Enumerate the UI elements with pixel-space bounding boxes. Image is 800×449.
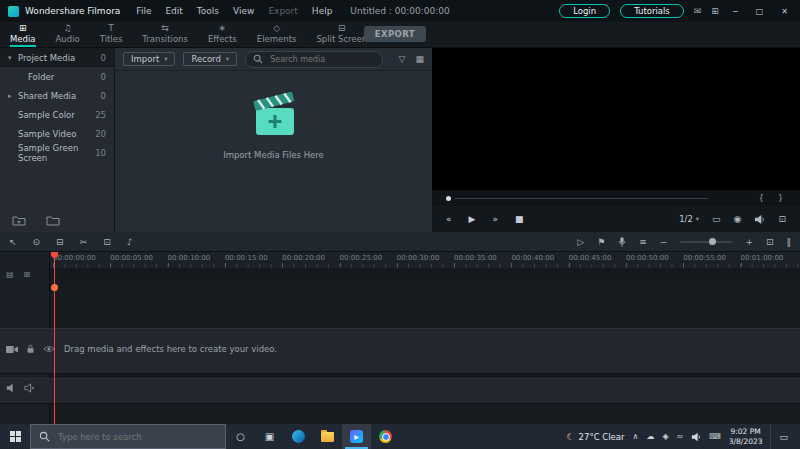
zoom-out-icon[interactable]: − xyxy=(660,237,668,247)
add-track-icon[interactable]: ⊞ xyxy=(24,270,31,279)
timeline-zoom-slider[interactable] xyxy=(680,241,732,243)
media-search-input[interactable] xyxy=(268,54,375,65)
messages-icon[interactable]: ✉ xyxy=(694,6,702,16)
fullscreen-icon[interactable]: ⊡ xyxy=(778,214,786,224)
previous-frame-button[interactable]: « xyxy=(446,214,452,224)
preview-scrubber[interactable]: { } xyxy=(432,190,800,206)
menu-item[interactable]: File xyxy=(136,6,151,16)
filter-icon[interactable]: ▽ xyxy=(399,54,406,64)
shortcut-icon[interactable]: ‖ xyxy=(787,237,792,247)
network-icon[interactable]: ≈ xyxy=(677,432,684,441)
tab-titles[interactable]: T Titles xyxy=(90,22,133,47)
mark-out-icon[interactable]: } xyxy=(775,194,786,203)
playback-controls: « ▶ » ■ 1/2 ▾ ▭ ◉ ⊡ xyxy=(432,206,800,232)
speaker-icon[interactable] xyxy=(754,214,765,225)
task-view-button[interactable]: ▣ xyxy=(255,424,284,449)
snapshot-icon[interactable]: ◉ xyxy=(734,214,742,224)
playhead-marker[interactable] xyxy=(51,284,58,291)
video-camera-icon[interactable] xyxy=(6,345,18,354)
taskbar-search-box[interactable] xyxy=(30,424,226,449)
export-button[interactable]: EXPORT xyxy=(364,26,426,42)
tab-audio[interactable]: ♫ Audio xyxy=(46,22,90,47)
sidebar-item-shared-media[interactable]: ▸ Shared Media 0 xyxy=(0,86,114,105)
menu-item[interactable]: Edit xyxy=(165,6,182,16)
chrome-button[interactable] xyxy=(371,424,400,449)
onedrive-icon[interactable]: ☁ xyxy=(646,432,654,441)
volume-icon[interactable] xyxy=(691,432,701,442)
new-folder-icon[interactable] xyxy=(12,215,26,226)
tab-media[interactable]: ⊞ Media xyxy=(0,22,46,47)
stop-button[interactable]: ■ xyxy=(515,214,524,224)
menu-item[interactable]: Help xyxy=(312,6,333,16)
sidebar-item-project-media[interactable]: ▾ Project Media 0 xyxy=(0,48,114,67)
zoom-in-icon[interactable]: + xyxy=(745,237,753,247)
start-button[interactable] xyxy=(0,424,30,449)
weather-widget[interactable]: ☾ 27°C Clear xyxy=(567,432,625,442)
action-center-button[interactable]: ▭ xyxy=(770,424,794,449)
edge-button[interactable] xyxy=(284,424,313,449)
menu-item[interactable]: Tools xyxy=(197,6,219,16)
tab-label: Media xyxy=(10,35,36,44)
filmora-taskbar-button[interactable]: ▶ xyxy=(342,424,371,449)
menu-list: FileEditToolsViewExportHelp xyxy=(136,6,332,16)
mixer-icon[interactable]: ≡ xyxy=(639,237,647,247)
import-dropdown[interactable]: Import ▾ xyxy=(123,52,175,66)
pointer-tool-icon[interactable]: ↖ xyxy=(9,237,17,247)
workspace-layout-icon[interactable]: ⊞ xyxy=(711,6,719,16)
video-viewport[interactable] xyxy=(432,48,800,190)
voiceover-icon[interactable] xyxy=(618,236,626,248)
mute-track-icon[interactable] xyxy=(24,383,34,393)
minimize-button[interactable]: ─ xyxy=(729,7,742,16)
render-preview-icon[interactable]: ▷ xyxy=(577,237,584,247)
sidebar-item-sample-green-screen[interactable]: Sample Green Screen 10 xyxy=(0,143,114,162)
grid-view-icon[interactable]: ▦ xyxy=(415,54,424,64)
menu-item[interactable]: View xyxy=(233,6,254,16)
tab-effects[interactable]: ∗ Effects xyxy=(198,22,247,47)
tab-transitions[interactable]: ⇆ Transitions xyxy=(132,22,198,47)
scrubber-handle[interactable] xyxy=(446,196,451,201)
next-frame-button[interactable]: » xyxy=(492,214,498,224)
audio-track-icon[interactable] xyxy=(6,383,16,393)
preview-quality-dropdown[interactable]: 1/2 ▾ xyxy=(679,214,699,224)
sidebar-item-folder[interactable]: Folder 0 xyxy=(0,67,114,86)
mute-clip-icon[interactable]: ♪ xyxy=(127,237,133,247)
filmora-icon: ▶ xyxy=(350,430,363,443)
hidden-icons-button[interactable]: ∧ xyxy=(633,432,639,441)
tutorials-button[interactable]: Tutorials xyxy=(620,4,684,18)
display-settings-icon[interactable]: ▭ xyxy=(712,214,721,224)
audio-track[interactable] xyxy=(0,378,800,404)
record-dropdown[interactable]: Record ▾ xyxy=(183,52,237,66)
marker-icon[interactable]: ⚑ xyxy=(597,237,605,247)
taskbar-search-input[interactable] xyxy=(56,431,217,443)
play-button[interactable]: ▶ xyxy=(469,214,476,224)
sidebar-item-sample-color[interactable]: Sample Color 25 xyxy=(0,105,114,124)
menu-item[interactable]: Export xyxy=(268,6,297,16)
keyboard-icon[interactable]: ⌨ xyxy=(709,432,721,441)
tab-elements[interactable]: ◇ Elements xyxy=(247,22,307,47)
lock-icon[interactable] xyxy=(26,344,35,354)
fit-timeline-icon[interactable]: ⊡ xyxy=(766,237,774,247)
split-icon[interactable]: ✂ xyxy=(80,237,88,247)
media-search-box[interactable] xyxy=(245,51,383,68)
media-empty-state[interactable]: Import Media Files Here xyxy=(115,92,432,160)
maximize-button[interactable]: □ xyxy=(752,7,768,16)
trash-icon[interactable]: ⊟ xyxy=(56,237,64,247)
file-explorer-button[interactable] xyxy=(313,424,342,449)
manage-tracks-icon[interactable]: ▤ xyxy=(6,270,14,279)
mark-in-icon[interactable]: { xyxy=(756,194,767,203)
security-icon[interactable]: ◈ xyxy=(662,432,668,441)
playhead[interactable] xyxy=(54,252,55,424)
cortana-button[interactable]: ○ xyxy=(226,424,255,449)
magnet-icon[interactable]: ⊙ xyxy=(33,237,41,247)
delete-folder-icon[interactable] xyxy=(46,215,60,226)
sidebar-item-sample-video[interactable]: Sample Video 20 xyxy=(0,124,114,143)
timeline-ruler[interactable]: 00:00:00:0000:00:05:0000:00:10:0000:00:1… xyxy=(50,252,800,268)
caret-down-icon: ▾ xyxy=(8,54,18,62)
marker-strip[interactable] xyxy=(50,268,800,282)
taskbar-clock[interactable]: 9:02 PM 3/8/2023 xyxy=(729,427,763,447)
crop-icon[interactable]: ⊡ xyxy=(103,237,111,247)
scrubber-track[interactable] xyxy=(455,198,708,199)
close-button[interactable]: ✕ xyxy=(777,7,792,16)
sidebar-label: Shared Media xyxy=(18,91,76,101)
login-button[interactable]: Login xyxy=(559,4,610,18)
